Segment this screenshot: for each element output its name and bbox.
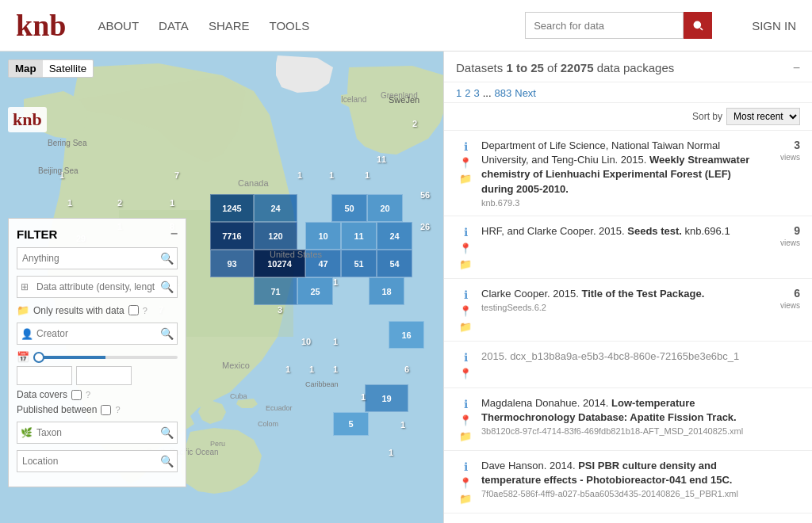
map-cell-19[interactable]: 19 bbox=[365, 384, 408, 412]
map-cell-24a[interactable]: 24 bbox=[254, 194, 297, 222]
map-num-1o: 1 bbox=[400, 420, 405, 429]
nav-share[interactable]: SHARE bbox=[209, 19, 250, 32]
folder-icon[interactable]: 📁 bbox=[459, 258, 472, 270]
filter-only-results-label: Only results with data bbox=[33, 305, 124, 316]
map-cell-50[interactable]: 50 bbox=[331, 194, 367, 222]
page-1[interactable]: 1 bbox=[456, 87, 462, 99]
map-cell-24b[interactable]: 24 bbox=[377, 222, 412, 250]
map-cell-120[interactable]: 120 bbox=[254, 222, 297, 250]
region-label-cuba: Cuba bbox=[230, 392, 247, 400]
map-cell-25[interactable]: 25 bbox=[297, 277, 333, 305]
date-range-slider[interactable] bbox=[33, 356, 178, 359]
nav-data[interactable]: DATA bbox=[159, 19, 189, 32]
filter-data-covers-help-icon[interactable]: ? bbox=[86, 390, 90, 399]
folder-icon[interactable]: 📁 bbox=[459, 430, 472, 442]
location-icon[interactable]: 📍 bbox=[459, 477, 472, 489]
search-input[interactable] bbox=[525, 12, 684, 39]
map-cell-93[interactable]: 93 bbox=[210, 250, 254, 277]
folder-icon[interactable]: 📁 bbox=[459, 173, 472, 185]
location-icon[interactable]: 📍 bbox=[459, 242, 472, 254]
map-num-1b: 1 bbox=[67, 198, 72, 208]
region-label-swc: SweJen bbox=[389, 95, 419, 105]
map-cell-5[interactable]: 5 bbox=[333, 412, 369, 436]
item-2-pkg: knb.696.1 bbox=[682, 225, 730, 237]
map-num-1g: 1 bbox=[365, 170, 370, 180]
nav-about[interactable]: ABOUT bbox=[98, 19, 139, 32]
results-minimize-button[interactable]: − bbox=[793, 61, 800, 75]
location-icon[interactable]: 📍 bbox=[459, 157, 472, 169]
date-to-input[interactable]: 2015 bbox=[76, 366, 132, 385]
satellite-button[interactable]: Satellite bbox=[43, 60, 93, 77]
map-num-56: 56 bbox=[420, 190, 430, 200]
map-cell-7716[interactable]: 7716 bbox=[210, 222, 254, 250]
map-cell-54[interactable]: 54 bbox=[377, 250, 412, 277]
map-num-1l: 1 bbox=[309, 365, 314, 374]
pagination: 1 2 3 ... 883 Next bbox=[444, 82, 812, 103]
filter-taxon-search-icon[interactable]: 🔍 bbox=[160, 426, 174, 439]
main-nav: ABOUT DATA SHARE TOOLS bbox=[98, 19, 309, 32]
search-button[interactable] bbox=[684, 12, 712, 39]
page-next[interactable]: Next bbox=[515, 87, 536, 99]
date-from-input[interactable]: 1900 bbox=[17, 366, 72, 385]
filter-location-input[interactable] bbox=[17, 450, 178, 472]
map-button[interactable]: Map bbox=[9, 60, 43, 77]
filter-location-search-icon[interactable]: 🔍 bbox=[160, 455, 174, 468]
results-title: Datasets 1 to 25 of 22075 data packages bbox=[456, 61, 674, 74]
filter-date-section: 📅 1900 2015 Data covers ? Published betw… bbox=[17, 351, 178, 415]
folder-icon[interactable]: 📁 bbox=[459, 321, 472, 333]
filter-data-attr-search-icon[interactable]: 🔍 bbox=[160, 281, 174, 293]
map-cell-20[interactable]: 20 bbox=[367, 194, 403, 222]
info-icon[interactable]: ℹ bbox=[464, 226, 468, 239]
map-cell-18[interactable]: 18 bbox=[369, 277, 404, 305]
map-cell-10[interactable]: 10 bbox=[305, 222, 341, 250]
item-3-title-bold[interactable]: Title of the Test Package. bbox=[581, 288, 704, 300]
info-icon[interactable]: ℹ bbox=[464, 140, 468, 153]
map-num-1f: 1 bbox=[329, 170, 334, 180]
sign-in-button[interactable]: SIGN IN bbox=[752, 19, 796, 32]
taxon-icon: 🌿 bbox=[21, 427, 33, 438]
item-5-title: Magdalena Donahue. 2014. Low-temperature… bbox=[481, 396, 762, 425]
map-cell-71[interactable]: 71 bbox=[254, 277, 297, 305]
sort-select[interactable]: Most recent Oldest Title Citations bbox=[726, 108, 800, 125]
nav-tools[interactable]: TOOLS bbox=[270, 19, 310, 32]
item-5-icons: ℹ 📍 📁 bbox=[456, 396, 475, 442]
filter-published-help-icon[interactable]: ? bbox=[115, 405, 120, 414]
filter-data-covers-checkbox[interactable] bbox=[71, 390, 82, 400]
info-icon[interactable]: ℹ bbox=[464, 351, 468, 364]
item-4-text[interactable]: 2015. dcx_b13b8a9a-e5b3-4bc8-860e-72165b… bbox=[481, 350, 739, 362]
page-883[interactable]: 883 bbox=[495, 87, 512, 99]
list-item: ℹ 📍 📁 Department of Life Science, Nation… bbox=[444, 131, 812, 216]
filter-published-checkbox[interactable] bbox=[101, 405, 111, 415]
map-cell-11[interactable]: 11 bbox=[341, 222, 377, 250]
filter-anything-search-icon[interactable]: 🔍 bbox=[160, 252, 174, 265]
filter-anything-input[interactable] bbox=[17, 247, 178, 269]
map-cell-51[interactable]: 51 bbox=[341, 250, 377, 277]
filter-collapse-button[interactable]: − bbox=[170, 227, 178, 241]
filter-title: FILTER bbox=[17, 227, 57, 241]
location-icon[interactable]: 📍 bbox=[459, 305, 472, 317]
list-item: ℹ 📍 2015. dcx_b13b8a9a-e5b3-4bc8-860e-72… bbox=[444, 342, 812, 388]
page-3[interactable]: 3 bbox=[473, 87, 479, 99]
item-4-content: 2015. dcx_b13b8a9a-e5b3-4bc8-860e-72165b… bbox=[481, 349, 762, 364]
info-icon[interactable]: ℹ bbox=[464, 288, 468, 301]
list-item: ℹ 📍 📁 Magdalena Donahue. 2014. Low-tempe… bbox=[444, 388, 812, 451]
filter-data-attr-input[interactable] bbox=[17, 276, 178, 298]
filter-only-results-help-icon[interactable]: ? bbox=[143, 306, 147, 315]
page-2[interactable]: 2 bbox=[465, 87, 470, 99]
filter-taxon-input[interactable] bbox=[17, 422, 178, 444]
map-num-6: 6 bbox=[404, 365, 409, 374]
filter-only-results-checkbox[interactable] bbox=[128, 305, 139, 315]
filter-creator-input[interactable] bbox=[17, 323, 178, 345]
item-2-title-bold[interactable]: Seeds test. bbox=[627, 225, 682, 237]
map-cell-16[interactable]: 16 bbox=[389, 321, 424, 349]
filter-creator-search-icon[interactable]: 🔍 bbox=[160, 327, 174, 340]
info-icon[interactable]: ℹ bbox=[464, 460, 468, 473]
country-label-canada: Canada bbox=[238, 178, 269, 188]
map-cell-1245[interactable]: 1245 bbox=[210, 194, 254, 222]
filter-only-results-section: 📁 Only results with data ? bbox=[17, 304, 178, 316]
results-total: 22075 bbox=[561, 61, 594, 74]
info-icon[interactable]: ℹ bbox=[464, 398, 468, 410]
map-num-1n: 1 bbox=[361, 392, 366, 402]
location-icon[interactable]: 📍 bbox=[459, 414, 472, 426]
folder-icon[interactable]: 📁 bbox=[459, 493, 472, 505]
